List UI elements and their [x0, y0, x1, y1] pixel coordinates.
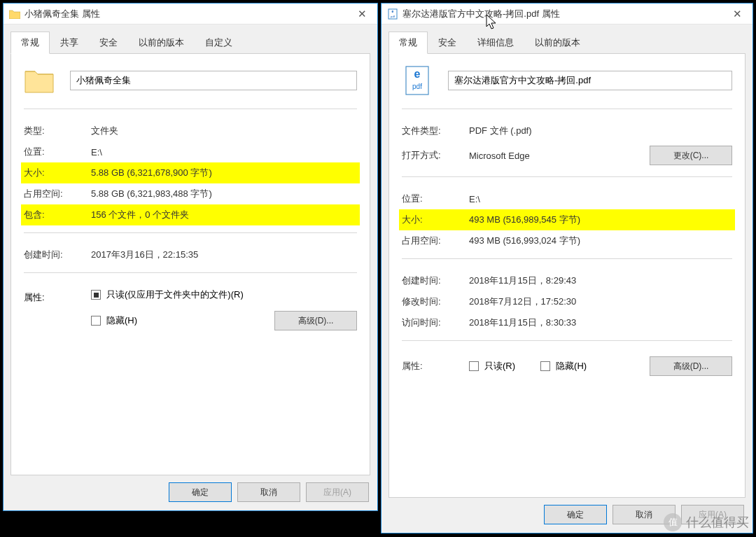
apply-button[interactable]: 应用(A): [306, 482, 369, 502]
watermark-badge: 值: [664, 513, 682, 531]
svg-text:pdf: pdf: [412, 83, 422, 90]
watermark-text: 什么值得买: [686, 514, 749, 531]
accessed-label: 访问时间:: [402, 316, 469, 329]
change-button[interactable]: 更改(C)...: [650, 146, 732, 165]
filetype-value: PDF 文件 (.pdf): [469, 125, 732, 137]
tabs: 常规 共享 安全 以前的版本 自定义: [10, 32, 370, 54]
tab-panel: epdf 文件类型:PDF 文件 (.pdf) 打开方式: Microsoft …: [388, 54, 746, 498]
pdf-large-icon: epdf: [402, 65, 433, 96]
contains-value: 156 个文件，0 个文件夹: [91, 209, 357, 221]
filetype-label: 文件类型:: [402, 125, 469, 137]
tabs: 常规 安全 详细信息 以前的版本: [388, 32, 746, 54]
tab-panel: 类型:文件夹 位置:E:\ 大小:5.88 GB (6,321,678,900 …: [10, 54, 370, 475]
attributes-label: 属性:: [24, 288, 91, 304]
sizedisk-label: 占用空间:: [402, 235, 469, 247]
tab-security[interactable]: 安全: [89, 32, 128, 54]
type-label: 类型:: [24, 125, 91, 137]
svg-text:e: e: [414, 68, 421, 80]
titlebar[interactable]: epdf 塞尔达港版官方中文攻略-拷回.pdf 属性 ✕: [382, 4, 752, 25]
tab-general[interactable]: 常规: [10, 32, 50, 54]
size-row-highlight: 大小:5.88 GB (6,321,678,900 字节): [21, 162, 360, 183]
properties-dialog-file: epdf 塞尔达港版官方中文攻略-拷回.pdf 属性 ✕ 常规 安全 详细信息 …: [381, 3, 753, 533]
tab-security[interactable]: 安全: [428, 32, 467, 54]
tab-details[interactable]: 详细信息: [467, 32, 524, 54]
size-row-highlight: 大小:493 MB (516,989,545 字节): [399, 209, 735, 230]
close-button[interactable]: ✕: [346, 4, 377, 25]
watermark: 值 什么值得买: [664, 513, 749, 531]
contains-row-highlight: 包含:156 个文件，0 个文件夹: [21, 204, 360, 225]
title-text: 小猪佩奇全集 属性: [24, 8, 346, 20]
created-label: 创建时间:: [402, 274, 469, 287]
close-button[interactable]: ✕: [722, 4, 752, 25]
properties-dialog-folder: 小猪佩奇全集 属性 ✕ 常规 共享 安全 以前的版本 自定义 类型:文件夹 位置…: [3, 3, 378, 511]
title-text: 塞尔达港版官方中文攻略-拷回.pdf 属性: [402, 8, 722, 20]
sizedisk-value: 493 MB (516,993,024 字节): [469, 235, 732, 247]
folder-icon: [9, 8, 20, 20]
sizedisk-value: 5.88 GB (6,321,983,488 字节): [91, 188, 357, 200]
openswith-value: Microsoft Edge: [469, 151, 650, 161]
name-input[interactable]: [70, 71, 357, 90]
tab-general[interactable]: 常规: [388, 32, 428, 54]
size-label: 大小:: [402, 214, 469, 226]
folder-large-icon: [24, 65, 55, 96]
location-value: E:\: [469, 194, 732, 204]
tab-previous[interactable]: 以前的版本: [128, 32, 195, 54]
readonly-checkbox[interactable]: [91, 290, 101, 300]
sizedisk-label: 占用空间:: [24, 188, 91, 200]
cancel-button[interactable]: 取消: [237, 482, 300, 502]
created-label: 创建时间:: [24, 249, 91, 261]
location-label: 位置:: [24, 146, 91, 158]
size-value: 5.88 GB (6,321,678,900 字节): [91, 167, 357, 179]
openswith-label: 打开方式:: [402, 149, 469, 162]
tab-custom[interactable]: 自定义: [195, 32, 243, 54]
created-value: 2017年3月16日，22:15:35: [91, 249, 357, 261]
titlebar[interactable]: 小猪佩奇全集 属性 ✕: [4, 4, 377, 25]
hidden-checkbox[interactable]: [540, 361, 550, 371]
dialog-footer: 确定 取消 应用(A): [4, 475, 377, 510]
size-label: 大小:: [24, 167, 91, 179]
hidden-label: 隐藏(H): [556, 360, 587, 372]
modified-label: 修改时间:: [402, 295, 469, 308]
attributes-label: 属性:: [402, 360, 469, 372]
svg-text:e: e: [392, 9, 394, 13]
tab-sharing[interactable]: 共享: [50, 32, 89, 54]
readonly-label: 只读(仅应用于文件夹中的文件)(R): [106, 288, 244, 301]
name-input[interactable]: [448, 71, 732, 90]
ok-button[interactable]: 确定: [169, 482, 232, 502]
created-value: 2018年11月15日，8:29:43: [469, 274, 732, 287]
svg-text:pdf: pdf: [391, 15, 396, 18]
advanced-button[interactable]: 高级(D)...: [650, 356, 732, 376]
readonly-label: 只读(R): [484, 360, 515, 372]
hidden-label: 隐藏(H): [106, 314, 137, 327]
readonly-checkbox[interactable]: [469, 361, 479, 371]
modified-value: 2018年7月12日，17:52:30: [469, 295, 732, 308]
type-value: 文件夹: [91, 125, 357, 137]
contains-label: 包含:: [24, 209, 91, 221]
advanced-button[interactable]: 高级(D)...: [274, 311, 357, 330]
accessed-value: 2018年11月15日，8:30:33: [469, 316, 732, 329]
ok-button[interactable]: 确定: [544, 505, 607, 524]
hidden-checkbox[interactable]: [91, 316, 101, 326]
size-value: 493 MB (516,989,545 字节): [469, 214, 732, 226]
location-value: E:\: [91, 147, 357, 158]
tab-previous[interactable]: 以前的版本: [524, 32, 591, 54]
location-label: 位置:: [402, 193, 469, 205]
pdf-icon: epdf: [387, 8, 398, 20]
